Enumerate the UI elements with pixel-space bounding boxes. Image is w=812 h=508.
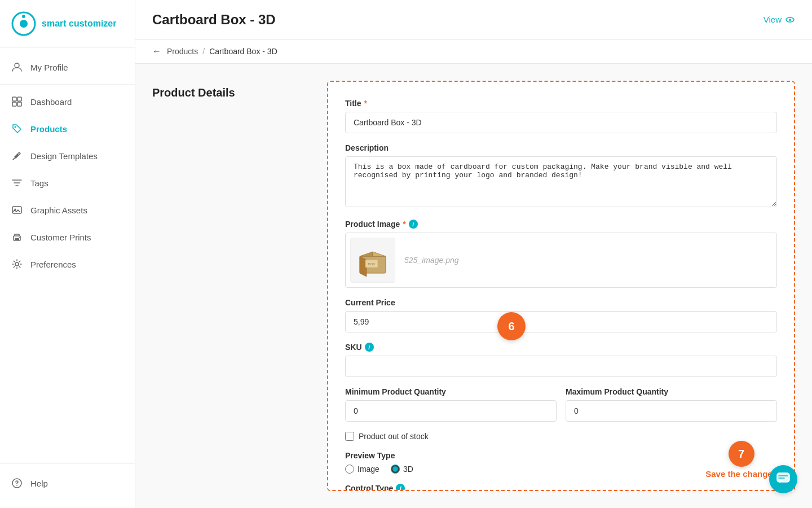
sidebar-item-my-profile[interactable]: My Profile <box>0 54 135 81</box>
save-changes-area: 7 Save the changes <box>705 441 777 479</box>
svg-point-14 <box>15 262 19 266</box>
svg-rect-5 <box>17 97 21 101</box>
sidebar: smart customizer My Profile Dashboard Pr… <box>0 0 135 508</box>
form-group-product-image: Product Image * i <box>345 220 777 288</box>
main: Cartboard Box - 3D View ← Products / Car… <box>135 0 812 508</box>
filter-icon <box>11 177 23 189</box>
max-qty-label: Maximum Product Quantity <box>566 387 777 396</box>
svg-point-13 <box>19 237 20 238</box>
svg-rect-7 <box>17 102 21 106</box>
svg-point-18 <box>789 19 791 21</box>
out-of-stock-label[interactable]: Product out of stock <box>359 432 429 441</box>
cardboard-box-image: BOX <box>355 244 390 277</box>
help-icon <box>11 478 23 489</box>
svg-point-16 <box>16 485 17 487</box>
svg-rect-22 <box>777 473 789 482</box>
sidebar-item-label: Preferences <box>30 260 76 269</box>
sidebar-nav: My Profile Dashboard Products Design Tem… <box>0 48 135 463</box>
product-image-label: Product Image * i <box>345 220 777 229</box>
sidebar-item-label: Help <box>30 479 48 488</box>
preview-3d-option[interactable]: 3D <box>391 465 413 474</box>
max-qty-input[interactable] <box>566 400 777 422</box>
sidebar-item-help[interactable]: Help <box>0 470 135 497</box>
tools-icon <box>11 150 23 161</box>
min-qty-input[interactable] <box>345 400 557 422</box>
svg-point-1 <box>20 20 28 28</box>
sidebar-item-dashboard[interactable]: Dashboard <box>0 88 135 115</box>
description-label: Description <box>345 143 777 152</box>
sidebar-item-tags[interactable]: Tags <box>0 169 135 196</box>
breadcrumb: ← Products / Cartboard Box - 3D <box>135 40 812 64</box>
out-of-stock-checkbox[interactable] <box>345 432 354 441</box>
form-panel: Title * Description Product Image * i <box>327 81 795 491</box>
sidebar-item-products[interactable]: Products <box>0 115 135 142</box>
title-input[interactable] <box>345 112 777 133</box>
sidebar-item-label: Tags <box>30 178 48 188</box>
current-price-input[interactable] <box>345 311 777 332</box>
form-group-description: Description <box>345 143 777 209</box>
sidebar-item-preferences[interactable]: Preferences <box>0 251 135 278</box>
product-image-info-icon[interactable]: i <box>409 220 418 229</box>
print-icon <box>11 231 23 243</box>
sku-label: SKU i <box>345 343 777 352</box>
sku-info-icon[interactable]: i <box>365 343 374 352</box>
sku-input[interactable] <box>345 356 777 377</box>
sidebar-logo: smart customizer <box>0 0 135 48</box>
svg-text:BOX: BOX <box>368 262 376 266</box>
sidebar-item-graphic-assets[interactable]: Graphic Assets <box>0 196 135 224</box>
content-area: 6 Product Details Title * Description <box>135 64 812 508</box>
logo-icon <box>11 11 36 36</box>
product-image-thumb: BOX <box>350 238 395 283</box>
product-image-filename: 525_image.png <box>404 256 459 265</box>
view-button[interactable]: View <box>764 15 795 25</box>
preview-image-option[interactable]: Image <box>345 465 379 474</box>
svg-point-3 <box>15 63 19 68</box>
sidebar-item-design-templates[interactable]: Design Templates <box>0 142 135 169</box>
preview-3d-label: 3D <box>403 465 413 474</box>
preview-image-radio[interactable] <box>345 465 354 474</box>
form-group-control-type: Control Type i <box>345 484 777 491</box>
view-label: View <box>764 15 782 24</box>
grid-icon <box>11 96 23 107</box>
description-textarea[interactable] <box>345 156 777 207</box>
step-6-badge: 6 <box>497 312 526 340</box>
svg-point-2 <box>22 15 25 18</box>
chat-icon <box>776 472 791 487</box>
breadcrumb-current: Cartboard Box - 3D <box>209 47 277 56</box>
form-group-title: Title * <box>345 99 777 133</box>
product-details-heading: Product Details <box>152 86 235 99</box>
save-changes-button[interactable]: Save the changes <box>705 469 777 479</box>
logo-text: smart customizer <box>42 19 117 29</box>
sidebar-item-label: Customer Prints <box>30 233 91 242</box>
breadcrumb-parent[interactable]: Products <box>167 47 198 56</box>
title-label: Title * <box>345 99 777 108</box>
preview-3d-radio[interactable] <box>391 465 400 474</box>
sidebar-item-label: Design Templates <box>30 151 98 161</box>
required-star-image: * <box>403 220 405 229</box>
gear-icon <box>11 259 23 270</box>
breadcrumb-separator: / <box>202 47 205 56</box>
sidebar-item-label: Products <box>30 124 67 134</box>
step-7-badge: 7 <box>729 441 754 467</box>
eye-icon <box>785 15 795 25</box>
image-icon <box>11 204 23 216</box>
required-star: * <box>364 99 367 108</box>
form-group-min-qty: Minimum Product Quantity <box>345 387 557 422</box>
svg-rect-12 <box>15 238 19 240</box>
min-qty-label: Minimum Product Quantity <box>345 387 557 396</box>
form-group-price: Current Price <box>345 298 777 332</box>
sidebar-item-label: Graphic Assets <box>30 205 87 215</box>
form-group-sku: SKU i <box>345 343 777 377</box>
sidebar-item-customer-prints[interactable]: Customer Prints <box>0 224 135 251</box>
current-price-label: Current Price <box>345 298 777 307</box>
svg-rect-4 <box>12 97 16 101</box>
product-image-container[interactable]: BOX 525_image.png <box>345 233 777 288</box>
control-type-info-icon[interactable]: i <box>396 484 405 491</box>
svg-point-8 <box>15 126 16 128</box>
svg-rect-6 <box>12 102 16 106</box>
chat-button[interactable] <box>769 465 797 493</box>
breadcrumb-back-arrow[interactable]: ← <box>152 46 161 56</box>
control-type-label: Control Type i <box>345 484 777 491</box>
tag-icon <box>11 123 23 134</box>
form-group-max-qty: Maximum Product Quantity <box>566 387 777 422</box>
